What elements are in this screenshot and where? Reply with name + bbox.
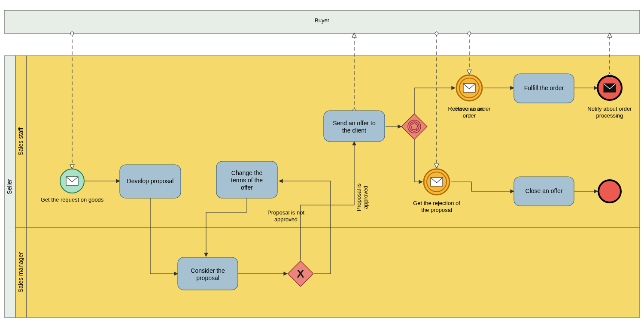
pool-seller-label: Seller [6, 179, 13, 194]
svg-text:order: order [463, 112, 476, 119]
event-end-message-label: processing [596, 112, 623, 119]
svg-text:Develop proposal: Develop proposal [127, 178, 174, 184]
lane-sales-manager [27, 227, 640, 317]
event-rejection-label: the proposal [421, 207, 452, 213]
svg-text:Notify about order: Notify about order [587, 106, 632, 112]
svg-text:proposal: proposal [196, 275, 219, 281]
svg-text:Proposal is not: Proposal is not [267, 209, 304, 216]
lane-sales-staff-label: Sales staff [17, 127, 24, 155]
event-receive-order [456, 75, 482, 101]
task-fulfill-order: Fulfill the order [514, 74, 574, 103]
event-start-message [60, 169, 84, 193]
task-develop-proposal: Develop proposal [120, 165, 181, 198]
svg-point-13 [598, 180, 621, 202]
svg-text:terms of the: terms of the [231, 177, 263, 184]
svg-text:Close an offer: Close an offer [526, 187, 563, 194]
label-not-approved: approved [274, 216, 298, 223]
pool-buyer-label: Buyer [315, 17, 330, 24]
svg-text:Consider the: Consider the [191, 267, 225, 274]
event-end-message [598, 76, 622, 100]
svg-text:Change the: Change the [231, 169, 263, 176]
event-rejection [424, 169, 450, 195]
svg-text:Get the rejection of: Get the rejection of [413, 200, 460, 206]
task-change-terms: Change the terms of the offer [216, 161, 277, 198]
lane-sales-manager-label: Sales manager [17, 252, 24, 293]
task-close-offer: Close an offer [514, 177, 574, 206]
svg-text:the client: the client [342, 127, 366, 134]
task-send-offer: Send an offer to the client [324, 111, 385, 142]
svg-text:X: X [297, 267, 304, 280]
task-consider-proposal: Consider the proposal [178, 257, 238, 290]
label-approved: approved [362, 186, 369, 209]
svg-text:Fulfill the order: Fulfill the order [524, 85, 564, 91]
bpmn-diagram: Buyer Seller Sales staff Sales manager G… [0, 0, 644, 332]
svg-text:Send an offer to: Send an offer to [333, 120, 376, 127]
svg-text:offer: offer [241, 184, 253, 191]
svg-text:Receive an: Receive an [455, 106, 483, 112]
event-end [598, 180, 621, 202]
svg-text:Proposal is: Proposal is [355, 183, 362, 211]
event-start-label: Get the request on goods [41, 196, 104, 203]
